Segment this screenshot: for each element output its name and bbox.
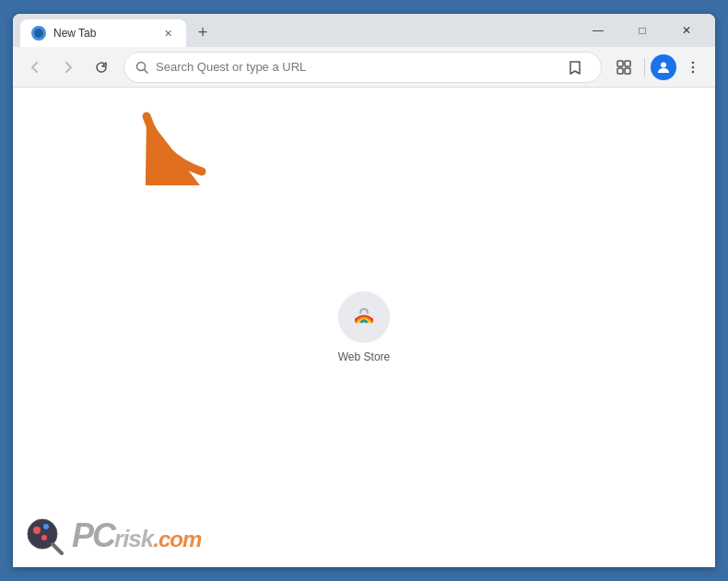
- svg-rect-2: [617, 61, 623, 66]
- new-tab-button[interactable]: +: [190, 19, 216, 45]
- nav-divider: [644, 58, 645, 77]
- address-input[interactable]: [156, 60, 553, 74]
- svg-rect-5: [625, 68, 630, 74]
- watermark: PC risk .com: [24, 516, 201, 556]
- page-content: Web Store PC risk .com: [13, 88, 715, 567]
- bookmark-icon[interactable]: [560, 53, 590, 82]
- title-bar: New Tab ✕ + — □ ✕: [13, 14, 715, 47]
- webstore-label: Web Store: [338, 350, 390, 363]
- browser-window: New Tab ✕ + — □ ✕: [13, 14, 715, 567]
- webstore-icon: [349, 302, 379, 332]
- close-button[interactable]: ✕: [665, 19, 708, 42]
- back-icon: [28, 60, 42, 75]
- search-icon: [135, 61, 148, 74]
- tab-title: New Tab: [53, 27, 153, 40]
- nav-right-icons: [609, 53, 708, 82]
- forward-icon: [61, 60, 76, 75]
- reload-button[interactable]: [87, 53, 116, 82]
- arrow-annotation: [133, 102, 216, 189]
- svg-line-17: [53, 544, 62, 553]
- svg-line-1: [145, 69, 148, 73]
- maximize-button[interactable]: □: [621, 19, 663, 42]
- tab-close-button[interactable]: ✕: [160, 26, 175, 41]
- svg-point-8: [692, 65, 695, 68]
- webstore-icon-container: [338, 291, 390, 343]
- tab-favicon: [31, 26, 46, 41]
- svg-point-16: [41, 535, 47, 540]
- back-button[interactable]: [20, 53, 50, 82]
- active-tab[interactable]: New Tab ✕: [20, 19, 186, 47]
- pcrisk-logo: [24, 516, 65, 556]
- svg-rect-4: [617, 68, 623, 74]
- window-controls: — □ ✕: [577, 19, 708, 42]
- nav-bar: [13, 47, 715, 88]
- watermark-text: PC risk .com: [72, 516, 201, 555]
- svg-point-14: [33, 527, 41, 534]
- svg-point-6: [661, 62, 666, 67]
- svg-rect-3: [625, 61, 630, 66]
- forward-button[interactable]: [53, 53, 83, 82]
- menu-button[interactable]: [678, 53, 708, 82]
- shortcuts-area: Web Store: [338, 291, 390, 363]
- svg-point-15: [43, 524, 49, 529]
- extensions-button[interactable]: [609, 53, 639, 82]
- svg-point-9: [692, 70, 695, 73]
- minimize-button[interactable]: —: [577, 19, 619, 42]
- svg-point-7: [692, 61, 695, 64]
- pointing-arrow: [133, 102, 216, 185]
- webstore-shortcut[interactable]: Web Store: [338, 291, 390, 363]
- address-bar[interactable]: [123, 52, 602, 83]
- tab-area: New Tab ✕ +: [20, 19, 577, 47]
- reload-icon: [94, 60, 109, 75]
- profile-button[interactable]: [651, 54, 676, 80]
